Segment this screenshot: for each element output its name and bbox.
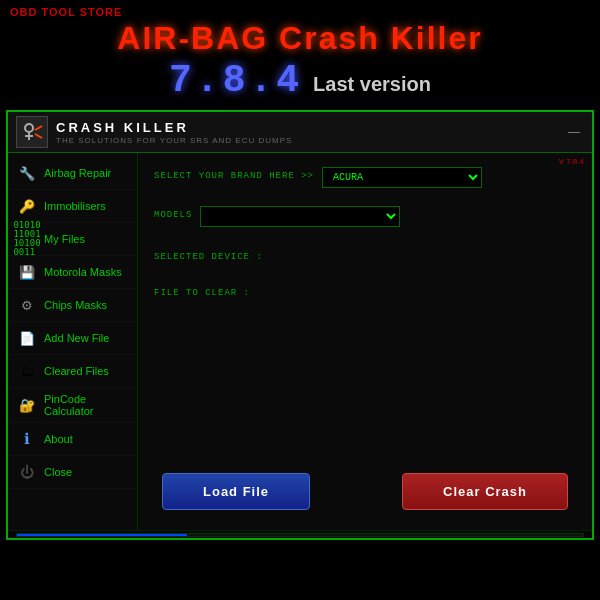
sidebar-item-about[interactable]: About: [8, 423, 137, 456]
content-area: Airbag Repair Immobilisers 0101011001101…: [8, 153, 592, 530]
model-field-row: MODELS: [154, 206, 576, 227]
sidebar: Airbag Repair Immobilisers 0101011001101…: [8, 153, 138, 530]
sidebar-item-immobilisers[interactable]: Immobilisers: [8, 190, 137, 223]
binary-icon: 0101011001101000011: [16, 228, 38, 250]
brand-label: SELECT YOUR BRAND HERE >>: [154, 171, 314, 181]
file-to-clear-row: FILE TO CLEAR :: [154, 281, 576, 299]
app-window: CRASH KILLER THE SOLUTIONS FOR YOUR SRS …: [6, 110, 594, 540]
key-icon: [16, 195, 38, 217]
sidebar-label-close: Close: [44, 466, 72, 478]
sidebar-label-immobilisers: Immobilisers: [44, 200, 106, 212]
file-to-clear-label: FILE TO CLEAR :: [154, 288, 250, 298]
app-subtitle: THE SOLUTIONS FOR YOUR SRS AND ECU DUMPS: [56, 136, 292, 145]
gears-icon: [16, 294, 38, 316]
load-file-button[interactable]: Load File: [162, 473, 310, 510]
app-titlebar: CRASH KILLER THE SOLUTIONS FOR YOUR SRS …: [8, 112, 592, 153]
selected-device-row: SELECTED DEVICE :: [154, 245, 576, 263]
app-title-group: CRASH KILLER THE SOLUTIONS FOR YOUR SRS …: [56, 120, 292, 145]
sidebar-label-cleared-files: Cleared Files: [44, 365, 109, 377]
cleared-files-icon: [16, 360, 38, 382]
sidebar-label-chips-masks: Chips Masks: [44, 299, 107, 311]
add-file-icon: [16, 327, 38, 349]
sidebar-item-cleared-files[interactable]: Cleared Files: [8, 355, 137, 388]
brand-select[interactable]: ACURAALFA ROMEOAUDIBMWCHEVROLETCHRYSLERD…: [322, 167, 482, 188]
version-label: Last version: [313, 73, 431, 96]
svg-line-3: [35, 126, 42, 130]
close-icon: [16, 461, 38, 483]
sidebar-item-my-files[interactable]: 0101011001101000011 My Files: [8, 223, 137, 256]
store-label: OBD TOOL STORE: [10, 6, 590, 18]
sidebar-item-add-new-file[interactable]: Add New File: [8, 322, 137, 355]
sidebar-label-airbag-repair: Airbag Repair: [44, 167, 111, 179]
sidebar-item-airbag-repair[interactable]: Airbag Repair: [8, 157, 137, 190]
top-header: OBD TOOL STORE AIR-BAG Crash Killer 7.8.…: [0, 0, 600, 106]
version-badge: V 7.8.4: [559, 157, 584, 166]
model-label: MODELS: [154, 210, 192, 220]
sidebar-label-pincode-calc: PinCode Calculator: [44, 393, 129, 417]
version-row: 7.8.4 Last version: [10, 59, 590, 102]
info-icon: [16, 428, 38, 450]
model-select[interactable]: [200, 206, 400, 227]
svg-line-4: [35, 134, 42, 138]
svg-point-0: [25, 124, 33, 132]
sidebar-item-pincode-calc[interactable]: PinCode Calculator: [8, 388, 137, 423]
sidebar-label-my-files: My Files: [44, 233, 85, 245]
clear-crash-button[interactable]: Clear Crash: [402, 473, 568, 510]
pincode-icon: [16, 394, 38, 416]
app-title-text: CRASH KILLER: [56, 120, 292, 135]
sidebar-item-close[interactable]: Close: [8, 456, 137, 489]
minimize-button[interactable]: —: [564, 125, 584, 139]
chip-icon: [16, 261, 38, 283]
sidebar-item-motorola-masks[interactable]: Motorola Masks: [8, 256, 137, 289]
sidebar-label-about: About: [44, 433, 73, 445]
app-icon: [16, 116, 48, 148]
progress-area: [8, 530, 592, 538]
main-title: AIR-BAG Crash Killer: [10, 20, 590, 57]
selected-device-label: SELECTED DEVICE :: [154, 252, 263, 262]
version-number: 7.8.4: [169, 59, 303, 102]
brand-field-row: SELECT YOUR BRAND HERE >> ACURAALFA ROME…: [154, 167, 576, 188]
progress-bar-fill: [17, 534, 187, 536]
sidebar-item-chips-masks[interactable]: Chips Masks: [8, 289, 137, 322]
sidebar-label-add-new-file: Add New File: [44, 332, 109, 344]
main-panel: V 7.8.4 SELECT YOUR BRAND HERE >> ACURAA…: [138, 153, 592, 530]
button-row: Load File Clear Crash: [146, 463, 584, 520]
wrench-icon: [16, 162, 38, 184]
sidebar-label-motorola-masks: Motorola Masks: [44, 266, 122, 278]
progress-bar-track: [16, 533, 584, 537]
